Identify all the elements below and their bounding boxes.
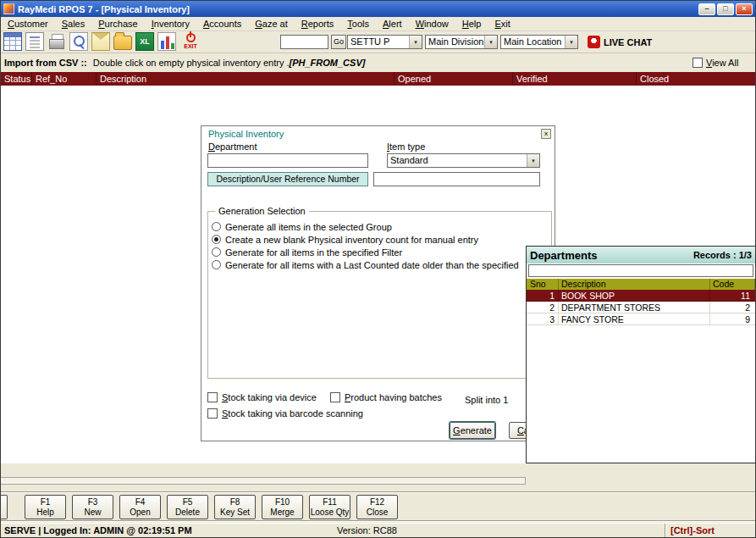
chart-icon[interactable] — [157, 32, 176, 51]
menu-item-customer[interactable]: Customer — [1, 17, 55, 31]
item-type-label: Item type — [387, 141, 425, 152]
go-button[interactable]: Go — [331, 35, 346, 49]
new-entry-icon[interactable] — [3, 32, 22, 51]
grid-header: Status Ref_No Description Opened Verifie… — [1, 72, 755, 86]
radio-generate-selected-group[interactable] — [212, 222, 221, 231]
split-into-label: Split into 1 — [465, 395, 508, 405]
column-verified[interactable]: Verified — [512, 72, 636, 86]
toolbar-search-input[interactable] — [280, 35, 328, 49]
table-row[interactable]: 2 DEPARTMENT STORES 2 — [527, 302, 755, 313]
fkey-open-button[interactable]: F4Open — [119, 495, 161, 519]
menu-item-help[interactable]: Help — [455, 17, 488, 31]
menu-item-inventory[interactable]: Inventory — [145, 17, 196, 31]
menu-item-tools[interactable]: Tools — [340, 17, 376, 31]
departments-filter-input[interactable] — [528, 264, 753, 277]
radio-specified-filter[interactable] — [212, 247, 221, 257]
checkbox-row: Stock taking via device — [207, 392, 317, 402]
table-row[interactable]: 3 FANCY STORE 9 — [527, 313, 755, 325]
column-opened[interactable]: Opened — [394, 72, 512, 86]
info-message: Import from CSV :: Double click on empty… — [4, 53, 365, 72]
menu-item-sales[interactable]: Sales — [55, 17, 92, 31]
maximize-icon: □ — [723, 4, 727, 13]
physical-inventory-dialog: Physical Inventory x Department Item typ… — [201, 125, 555, 441]
close-button[interactable]: × — [736, 3, 753, 15]
divider — [1, 491, 756, 493]
stock-device-checkbox[interactable] — [207, 392, 218, 402]
checkbox-row: Stock taking via barcode scanning — [207, 408, 363, 419]
menu-bar: Customer Sales Purchase Inventory Accoun… — [1, 17, 755, 31]
toolbar: XL EXIT Go SETTU P ▼ Main Division ▼ Mai… — [1, 31, 755, 53]
horizontal-scrollbar[interactable] — [1, 477, 526, 485]
departments-popup: Departments Records : 1/3 Sno Descriptio… — [526, 246, 756, 463]
menu-item-reports[interactable]: Reports — [295, 17, 341, 31]
fkey-new-button[interactable]: F3New — [72, 495, 113, 519]
radio-row: Generate for all items in the specified … — [212, 247, 402, 258]
dialog-title: Physical Inventory — [208, 129, 284, 139]
chevron-down-icon: ▼ — [409, 36, 422, 48]
column-ref-no[interactable]: Ref_No — [31, 72, 96, 86]
menu-item-purchase[interactable]: Purchase — [91, 17, 144, 31]
title-bar: RayMedi RPOS 7 - [Physical Inventory] – … — [1, 1, 755, 17]
window-title: RayMedi RPOS 7 - [Physical Inventory] — [18, 4, 190, 14]
print-icon[interactable] — [47, 32, 66, 51]
fkey-merge-button[interactable]: F10Merge — [262, 495, 303, 519]
menu-item-window[interactable]: Window — [409, 17, 455, 31]
minimize-icon: – — [704, 4, 709, 13]
dialog-close-button[interactable]: x — [541, 129, 551, 139]
column-status[interactable]: Status — [1, 72, 31, 86]
form-icon[interactable] — [25, 32, 44, 51]
radio-row: Generate all items in the selected Group — [212, 221, 392, 232]
column-closed[interactable]: Closed — [636, 72, 755, 86]
chevron-down-icon: ▼ — [565, 36, 577, 48]
department-input[interactable] — [207, 153, 368, 168]
partial-function-button[interactable] — [1, 495, 8, 519]
live-chat-icon[interactable] — [588, 36, 600, 48]
open-folder-icon[interactable] — [113, 36, 132, 50]
desc-ref-input[interactable] — [373, 172, 540, 186]
stock-device-label: Stock taking via device — [222, 392, 317, 402]
departments-title: Departments — [530, 249, 597, 262]
stock-barcode-checkbox[interactable] — [207, 408, 218, 419]
generate-button[interactable]: Generate — [450, 422, 495, 439]
ctrl-sort-hint: [Ctrl]-Sort — [670, 524, 715, 538]
version-label: Version: RC88 — [337, 524, 397, 538]
exit-button[interactable]: EXIT — [179, 32, 201, 51]
maximize-button[interactable]: □ — [717, 3, 734, 15]
fkey-looseqty-button[interactable]: F11Loose Qty — [309, 495, 350, 519]
application-window: RayMedi RPOS 7 - [Physical Inventory] – … — [0, 0, 756, 538]
view-all-checkbox[interactable] — [693, 58, 703, 68]
user-select[interactable]: SETTU P ▼ — [347, 35, 422, 49]
radio-last-counted-older[interactable] — [212, 260, 221, 269]
menu-item-alert[interactable]: Alert — [376, 17, 409, 31]
mail-icon[interactable] — [91, 32, 110, 51]
menu-item-accounts[interactable]: Accounts — [196, 17, 248, 31]
close-icon: x — [544, 130, 548, 137]
minimize-button[interactable]: – — [698, 3, 715, 15]
departments-header: Departments Records : 1/3 — [527, 247, 755, 263]
print-preview-icon[interactable] — [69, 32, 88, 51]
menu-item-exit[interactable]: Exit — [488, 17, 516, 31]
status-bar: SERVE | Logged In: ADMIN @ 02:19:51 PM V… — [1, 523, 755, 538]
column-description[interactable]: Description — [96, 72, 394, 86]
chevron-down-icon: ▼ — [527, 154, 539, 167]
app-icon — [3, 3, 14, 14]
fkey-close-button[interactable]: F12Close — [356, 495, 398, 519]
menu-item-gaze-at[interactable]: Gaze at — [248, 17, 295, 31]
fkey-delete-button[interactable]: F5Delete — [167, 495, 208, 519]
radio-row: Create a new blank Physical inventory co… — [212, 234, 478, 245]
fkey-keyset-button[interactable]: F8Key Set — [214, 495, 256, 519]
radio-blank-manual-entry[interactable] — [212, 235, 221, 244]
desc-ref-number-button[interactable]: Description/User Reference Number — [207, 172, 368, 186]
checkbox-row: Product having batches — [330, 392, 442, 402]
division-select[interactable]: Main Division ▼ — [425, 35, 498, 49]
excel-export-icon[interactable]: XL — [135, 32, 154, 51]
item-type-select[interactable]: Standard ▼ — [387, 153, 540, 168]
department-label: Department — [208, 141, 257, 152]
divider — [1, 520, 756, 522]
location-select[interactable]: Main Location ▼ — [500, 35, 578, 49]
product-batches-checkbox[interactable] — [330, 392, 340, 402]
fkey-help-button[interactable]: F1Help — [25, 495, 66, 519]
live-chat-label[interactable]: LIVE CHAT — [604, 37, 652, 47]
table-row[interactable]: 1 BOOK SHOP 11 — [527, 290, 755, 302]
departments-table-header: Sno Description Code — [527, 279, 755, 290]
